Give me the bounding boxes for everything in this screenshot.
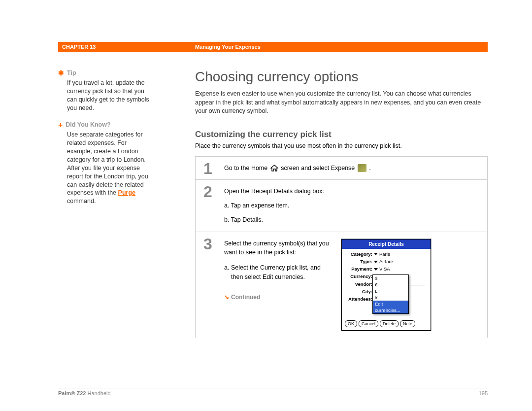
purge-link[interactable]: Purge (118, 189, 135, 196)
receipt-details-dialog: Receipt Details Category: Paris Type: Ai… (341, 239, 431, 331)
intro-paragraph: Expense is even easier to use when you c… (195, 90, 488, 116)
step1-text-post: . (369, 165, 370, 171)
plus-icon: + (58, 121, 63, 129)
dyk-heading: + Did You Know? (58, 121, 152, 129)
asterisk-icon: ✱ (58, 69, 64, 76)
product-name: Palm® Z22 Handheld (58, 390, 111, 396)
dyk-text-pre: Use separate categories for related expe… (67, 131, 148, 196)
currency-option[interactable]: £ (373, 288, 408, 294)
steps-table: 1 Go to the Home screen and select Expen… (195, 156, 488, 338)
step-3: 3 Select the currency symbol(s) that you… (196, 232, 487, 338)
currency-option[interactable]: € (373, 281, 408, 288)
continued-indicator: ↘Continued (224, 293, 332, 302)
step-number: 1 (196, 157, 220, 180)
section-heading: Customizing the currency pick list (195, 130, 488, 139)
type-picker[interactable]: Airfare (374, 258, 393, 265)
step-1: 1 Go to the Home screen and select Expen… (196, 157, 487, 180)
step-number: 2 (196, 180, 220, 231)
tip-body: If you travel a lot, update the currency… (58, 79, 152, 112)
currency-option[interactable]: $ (373, 275, 408, 281)
dyk-heading-label: Did You Know? (66, 121, 110, 129)
tip-heading-label: Tip (67, 69, 76, 77)
type-value: Airfare (379, 259, 393, 264)
continued-label: Continued (231, 294, 260, 301)
main-content: Choosing currency options Expense is eve… (195, 69, 488, 338)
edit-currencies-option[interactable]: Edit currencies... (373, 301, 408, 313)
step2-b: b. Tap Details. (224, 215, 480, 225)
tip-block: ✱ Tip If you travel a lot, update the cu… (58, 69, 152, 112)
chapter-header: CHAPTER 13 Managing Your Expenses (58, 42, 488, 52)
home-icon (270, 165, 278, 171)
payment-label: Payment: (345, 266, 374, 273)
currency-pick-list[interactable]: $ € £ ¥ Edit currencies... (372, 274, 409, 314)
step2-head: Open the Receipt Details dialog box: (224, 187, 480, 196)
step-2: 2 Open the Receipt Details dialog box: a… (196, 179, 487, 231)
continued-arrow-icon: ↘ (224, 294, 229, 301)
dyk-body: Use separate categories for related expe… (58, 131, 152, 206)
page-title: Choosing currency options (195, 69, 488, 85)
note-button[interactable]: Note (400, 320, 415, 327)
step3-a: a. Select the Currency pick list, and th… (224, 263, 332, 282)
currency-label: Currency: (345, 273, 374, 280)
category-value: Paris (379, 251, 390, 257)
dropdown-icon (374, 253, 378, 255)
section-subtext: Place the currency symbols that you use … (195, 142, 488, 149)
dropdown-icon (374, 268, 378, 271)
tip-heading: ✱ Tip (58, 69, 152, 77)
step3-head: Select the currency symbol(s) that you w… (224, 239, 332, 258)
step-number: 3 (196, 232, 220, 338)
product-rest: Handheld (86, 390, 110, 396)
dyk-text-post: command. (67, 198, 96, 205)
did-you-know-block: + Did You Know? Use separate categories … (58, 121, 152, 206)
type-label: Type: (345, 258, 374, 265)
step1-text-pre: Go to the Home (224, 165, 269, 171)
expense-icon (358, 164, 366, 172)
chapter-number: CHAPTER 13 (58, 44, 190, 50)
currency-option[interactable]: ¥ (373, 294, 408, 301)
chapter-title: Managing Your Expenses (190, 44, 261, 50)
vendor-label: Vendor: (345, 281, 374, 288)
category-picker[interactable]: Paris (374, 251, 390, 258)
dotted-underline (410, 291, 425, 292)
step2-a: a. Tap an expense item. (224, 201, 480, 210)
page-number: 195 (479, 390, 488, 396)
dialog-title: Receipt Details (342, 240, 431, 249)
dropdown-icon (374, 261, 378, 263)
ok-button[interactable]: OK (345, 320, 357, 327)
cancel-button[interactable]: Cancel (359, 320, 378, 327)
payment-picker[interactable]: VISA (374, 266, 390, 273)
page-footer: Palm® Z22 Handheld 195 (58, 388, 488, 396)
attendees-label: Attendees: (345, 296, 374, 303)
payment-value: VISA (379, 266, 390, 272)
delete-button[interactable]: Delete (380, 320, 399, 327)
category-label: Category: (345, 251, 374, 258)
city-label: City: (345, 288, 374, 295)
product-bold: Palm® Z22 (58, 390, 86, 396)
step1-text-mid: screen and select Expense (281, 165, 357, 171)
sidebar: ✱ Tip If you travel a lot, update the cu… (58, 69, 152, 338)
dotted-underline (410, 284, 425, 285)
